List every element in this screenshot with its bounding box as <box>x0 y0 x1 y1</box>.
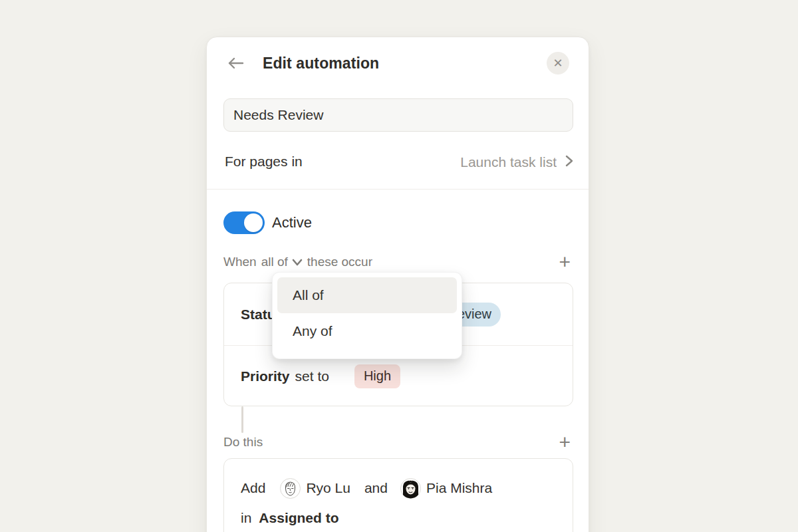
condition-property: Priority <box>241 368 290 384</box>
back-button[interactable] <box>224 52 248 76</box>
action-conjunction: and <box>364 480 388 496</box>
operator-value: all of <box>261 255 288 269</box>
back-arrow-icon <box>227 57 245 72</box>
action-section-label: Do this <box>223 435 263 450</box>
action-section-header: Do this + <box>223 432 573 452</box>
header-divider <box>207 189 589 190</box>
scope-row: For pages in Launch task list <box>223 148 573 177</box>
avatar-ryo-lu <box>280 478 301 499</box>
scope-selector[interactable]: Launch task list <box>460 148 573 177</box>
avatar-pia-mishra <box>400 478 421 499</box>
automation-name-input[interactable] <box>223 98 573 132</box>
dialog-title: Edit automation <box>263 55 379 72</box>
active-label: Active <box>272 214 312 231</box>
add-trigger-button[interactable]: + <box>557 253 572 271</box>
action-verb: Add <box>241 480 265 496</box>
add-action-button[interactable]: + <box>557 433 572 452</box>
operator-menu-item-all-of[interactable]: All of <box>277 277 457 313</box>
dialog-header: Edit automation ✕ <box>207 37 589 89</box>
trigger-section-header: When all of these occur + <box>223 252 573 272</box>
priority-value-pill: High <box>354 364 400 388</box>
active-toggle[interactable] <box>223 211 265 234</box>
person-name: Pia Mishra <box>426 480 492 496</box>
close-button[interactable]: ✕ <box>547 52 569 74</box>
toggle-knob <box>244 213 263 232</box>
action-line-1: Add <box>241 475 556 501</box>
trigger-prefix: When <box>223 255 257 269</box>
operator-menu: All of Any of <box>272 272 462 359</box>
active-row: Active <box>223 210 573 235</box>
action-card[interactable]: Add <box>223 458 573 532</box>
person-name: Ryo Lu <box>306 480 350 496</box>
close-icon: ✕ <box>553 52 563 74</box>
edit-automation-dialog: Edit automation ✕ For pages in Launch ta… <box>206 37 589 532</box>
action-preposition: in <box>241 510 251 526</box>
operator-menu-item-any-of[interactable]: Any of <box>277 313 457 349</box>
plus-icon: + <box>559 251 571 273</box>
flow-connector-line <box>241 406 243 433</box>
plus-icon: + <box>559 431 571 453</box>
condition-verb: set to <box>295 368 329 384</box>
trigger-suffix: these occur <box>307 255 372 269</box>
action-line-2: in Assigned to <box>241 505 556 531</box>
operator-dropdown-trigger[interactable]: all of <box>261 255 303 269</box>
scope-label: For pages in <box>225 154 303 170</box>
scope-value: Launch task list <box>460 154 557 170</box>
chevron-right-icon <box>565 154 573 170</box>
action-target-property: Assigned to <box>259 510 338 526</box>
chevron-down-icon <box>292 255 303 269</box>
